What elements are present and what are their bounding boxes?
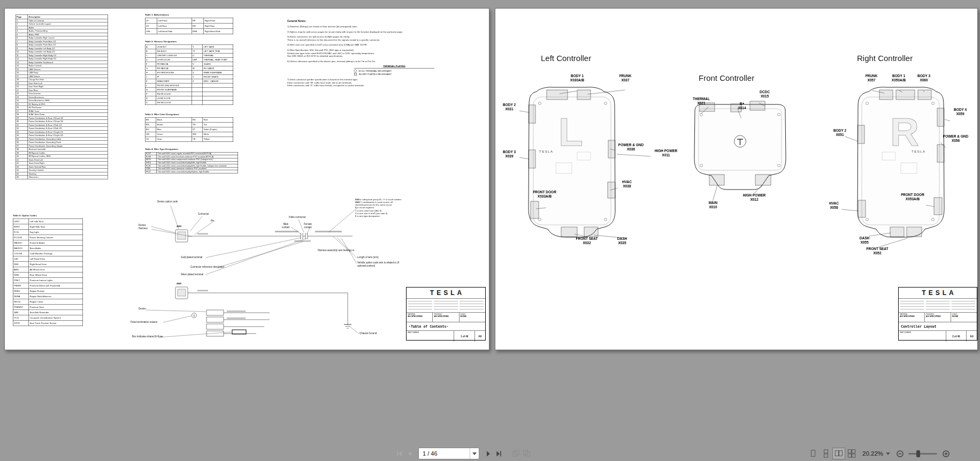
silver-square-icon <box>354 73 357 75</box>
wire-color-table: BK Black RD Red BN Brown TN Tan BU Blue … <box>145 117 233 142</box>
first-page-button[interactable] <box>394 448 404 459</box>
previous-page-button[interactable] <box>404 448 415 459</box>
connector-label-left-frunk: FRUNKX037 <box>612 74 639 82</box>
option-code-row: LHD Left Hand Drive <box>13 256 83 261</box>
connector-label-front-dcdc: DCDCX015 <box>753 90 777 98</box>
option-code-row: LHST Left side Seat <box>13 218 83 224</box>
legend-gold-terminal: Gold plated terminal <box>181 256 202 259</box>
terminal-plating-gold: GOLD TERMINAL NECESSARY <box>354 70 434 72</box>
next-view-icon <box>522 449 531 458</box>
zoom-in-button[interactable] <box>940 448 951 459</box>
option-code-row: COLDW Cold Weather Package <box>13 251 83 256</box>
legend-device-option-code: Device option code <box>157 200 178 203</box>
toc-table: Page Description 1 Table of Contents 2 V… <box>16 14 108 179</box>
page-number-input[interactable]: 1 / 46 <box>418 448 479 459</box>
next-page-icon <box>484 450 492 458</box>
zoom-out-button[interactable] <box>894 448 905 459</box>
toc-row: 46 Ultrasonics <box>16 176 108 179</box>
option-code-row: BAUDIO Base Audio <box>13 245 83 251</box>
general-note: 2) Splices may be split across pages for… <box>287 30 474 33</box>
title-block-bottom: PART NUMBER 2 of 46 A0 <box>899 331 977 342</box>
drawing-title: -Table of Contents- <box>407 322 485 331</box>
terminal-plating-box: TERMINAL PLATING GOLD TERMINAL NECESSARY… <box>354 65 434 75</box>
facing-pages-view-icon <box>834 449 843 458</box>
pdf-page-2: Left Controller Front Controller Right C… <box>495 8 978 350</box>
abbr-row: LHS Left-Hand Side RHS Right-Hand Side <box>145 28 233 34</box>
option-codes-title: Table 5: Option Codes <box>13 214 37 217</box>
connector-label-left-front-seat: FRONT SEATX032 <box>575 237 599 245</box>
facing-pages-view-button[interactable] <box>832 448 845 459</box>
abbr-table: LF Left Front RF Right Front LR Left Rea… <box>145 18 233 34</box>
title-block-fine-print <box>407 299 485 313</box>
previous-view-icon <box>511 449 520 458</box>
next-view-button[interactable] <box>521 448 532 459</box>
title-block-specs: MATERIALAS SPECIFIED FINISHINGAS SPECIFI… <box>407 313 485 322</box>
zoom-level-value: 20.22% <box>862 450 883 457</box>
legend-vehicle-option: Vehicle option code wire is related to (… <box>357 261 405 267</box>
title-block-fine-print <box>899 299 977 313</box>
facing-continuous-view-button[interactable] <box>845 448 858 459</box>
connector-label-left-front-door: FRONT DOORX033A/B <box>532 190 557 198</box>
sheet-size: A0 <box>475 331 485 342</box>
zoom-level-select[interactable]: 20.22% <box>862 450 890 457</box>
harness-row: H HV PENTHOUSE X REAR SUBFRAME <box>145 70 233 74</box>
zoom-slider-handle[interactable] <box>916 450 920 457</box>
harness-row: F FR FASCIA V GLASS <box>145 62 233 66</box>
general-notes: General Notes: 1) Switches (Relays) are … <box>287 19 474 89</box>
connector-label-front-thermal: THERMALX021 <box>688 97 714 105</box>
title-block-bottom: PART NUMBER 1 of 46 A0 <box>407 331 485 342</box>
harness-row: S RH RR DOOR <box>145 100 233 104</box>
legend-wire-length: Length of wire [mm] <box>357 256 379 259</box>
abbr-title: Table 1: Abbreviations <box>145 13 169 16</box>
pdf-page-1: Page Description 1 Table of Contents 2 V… <box>4 8 489 350</box>
title-block: TESLA MATERIALAS SPECIFIED FINISHINGAS S… <box>406 287 486 341</box>
connector-label-front-main: MAINX010 <box>702 201 724 209</box>
harness-row: J IP Y FRONT SEATS <box>145 74 233 79</box>
view-zoom-toolbar: 20.22% <box>807 448 951 459</box>
connector-label-left-hvac: HVACX038 <box>616 180 638 188</box>
option-code-row: RHD Right Hand Drive <box>13 261 83 267</box>
general-note: 3) Some connectors are split across mult… <box>287 35 474 41</box>
toc-page-num: 46 <box>16 176 28 179</box>
harness-row: N FRONT SUBFRAME <box>145 87 233 92</box>
continuous-view-button[interactable] <box>820 448 832 459</box>
legend-fixed-resistor: Fixed termination resistor <box>131 321 158 323</box>
connector-label-left-high-power: HIGH POWERX011 <box>650 149 682 157</box>
harness-row: R LH RR DOOR <box>145 96 233 100</box>
next-page-button[interactable] <box>483 448 493 459</box>
title-block: TESLA MATERIALAS SPECIFIED FINISHINGAS S… <box>898 287 977 341</box>
facing-continuous-view-icon <box>847 449 856 458</box>
wire-type-title: Table 4: Wire Type Designators <box>145 148 179 150</box>
option-code-row: PAUDIO Premium Audio <box>13 240 83 245</box>
last-page-icon <box>495 450 503 458</box>
page-number-dropdown[interactable] <box>470 448 479 459</box>
previous-view-button[interactable] <box>510 448 521 459</box>
connector-label-right-front-seat: FRONT SEATX052 <box>865 247 890 255</box>
wire-type-table: FLRY Thin wall 105C rated, regular stran… <box>145 152 238 173</box>
general-notes-title: General Notes: <box>287 19 474 22</box>
general-note: 1) Switches (Relays) are shown in their … <box>287 25 474 28</box>
harness-row: B RH BODY TT LIFT GATE TRIM <box>145 49 233 53</box>
legend-female-contact: Female contact <box>304 223 312 229</box>
option-code-row: STPS Seat Track Position Sensor <box>13 320 83 326</box>
zoom-slider[interactable] <box>908 450 937 457</box>
legend-inline-connector: Inline connector <box>289 216 306 218</box>
legend-device-label: Device <box>139 307 146 310</box>
wire-color-row: GY Gray YE Yellow <box>145 137 233 141</box>
harness-table: A LH BODY T LIFT GATE B RH BODY TT LIFT … <box>145 44 233 105</box>
legend-shared-efuse: Box indicates shared E-Fuse <box>132 335 163 338</box>
single-page-view-button[interactable] <box>807 448 820 459</box>
option-code-row: REEU Region Europe <box>13 288 83 293</box>
option-code-row: PINLT Premium Interior Lights <box>13 277 83 283</box>
option-code-row: SBR Seat Belt Reminder <box>13 309 83 315</box>
legend-silver-terminal: Silver plated terminal <box>181 273 203 276</box>
option-code-row: RHST Right Side Seat <box>13 224 83 229</box>
legend-pin: Pin <box>211 220 215 222</box>
connector-label-front-bplus: B+X014 <box>732 102 752 110</box>
wire-type-row: F91X Thin wall 105C rated, cross-linked … <box>145 170 238 173</box>
connector-label-right-front-door: FRONT DOORX053A/B <box>899 193 926 201</box>
toc-col-desc: Description <box>28 14 108 19</box>
last-page-button[interactable] <box>493 448 504 459</box>
terminal-plating-silver: SILVER PLATING NECESSARY <box>354 73 434 75</box>
zoom-slider-track[interactable] <box>908 453 937 455</box>
